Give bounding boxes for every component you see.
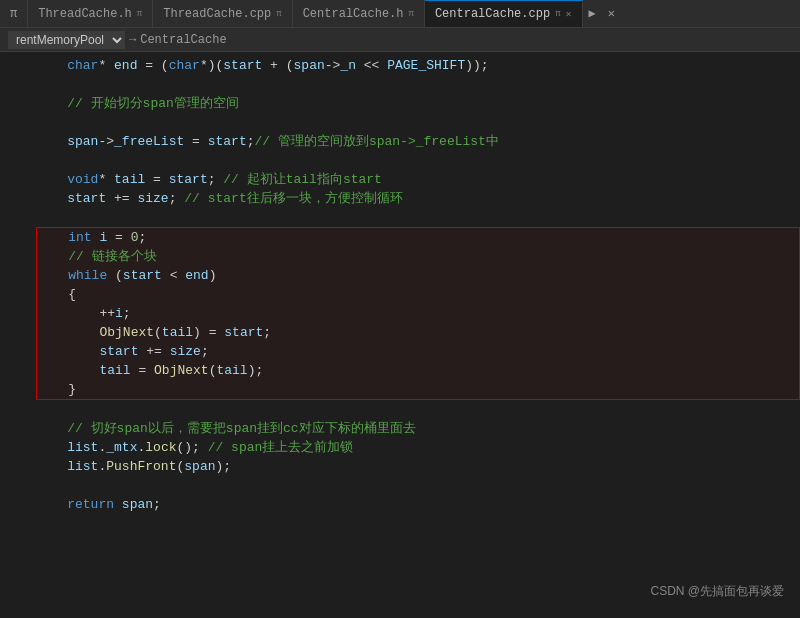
line-content: } [37,380,799,399]
code-editor[interactable]: char* end = (char*)(start + (span->_n <<… [0,52,800,618]
line-content [36,113,800,132]
tab-pin-left[interactable]: π [0,0,28,27]
line-content [36,151,800,170]
line-content: return span; [36,495,800,514]
code-line: // 开始切分span管理的空间 [0,94,800,113]
tab-pin-icon: π [276,9,281,19]
line-content: list.PushFront(span); [36,457,800,476]
line-content [36,75,800,94]
code-line-objnext-1: ObjNext(tail) = start; [37,323,799,342]
tab-centralcache-h[interactable]: CentralCache.h π [293,0,425,27]
tab-pin-icon: π [555,9,560,19]
code-line-increment: ++i; [37,304,799,323]
code-line-comment: // 链接各个块 [37,247,799,266]
line-content: span->_freeList = start;// 管理的空间放到span->… [36,132,800,151]
line-content: // 切好span以后，需要把span挂到cc对应下标的桶里面去 [36,419,800,438]
code-line-brace-open: { [37,285,799,304]
code-line: span->_freeList = start;// 管理的空间放到span->… [0,132,800,151]
code-line-comment2: // 切好span以后，需要把span挂到cc对应下标的桶里面去 [0,419,800,438]
line-content: char* end = (char*)(start + (span->_n <<… [36,56,800,75]
code-line-pushfront: list.PushFront(span); [0,457,800,476]
code-line-start-plus: start += size; [37,342,799,361]
line-content: start += size; // start往后移一块，方便控制循环 [36,189,800,208]
line-content: tail = ObjNext(tail); [37,361,799,380]
line-content: while (start < end) [37,266,799,285]
breadcrumb-arrow-icon: → [129,33,136,47]
highlight-block: int i = 0; // 链接各个块 while (start < end) … [36,227,800,400]
code-line-empty [0,400,800,419]
tab-close-all[interactable]: ✕ [602,0,621,27]
code-line-empty [0,113,800,132]
tab-centralcache-cpp[interactable]: CentralCache.cpp π ✕ [425,0,583,27]
line-content: void* tail = start; // 起初让tail指向start [36,170,800,189]
code-line-return: return span; [0,495,800,514]
breadcrumb-parent-select[interactable]: rentMemoryPool [8,31,125,49]
tab-label: ThreadCache.cpp [163,7,271,21]
line-content [36,208,800,227]
code-line-empty [0,75,800,94]
breadcrumb-child[interactable]: CentralCache [140,33,226,47]
pin-icon: π [10,7,17,21]
code-line-empty [0,208,800,227]
watermark: CSDN @先搞面包再谈爱 [650,583,784,600]
breadcrumb-bar: rentMemoryPool → CentralCache [0,28,800,52]
tab-close-icon[interactable]: ✕ [566,8,572,20]
code-line-empty [0,476,800,495]
line-content: // 开始切分span管理的空间 [36,94,800,113]
line-content: start += size; [37,342,799,361]
tab-threadcache-h[interactable]: ThreadCache.h π [28,0,153,27]
code-line-empty [0,151,800,170]
line-content: { [37,285,799,304]
tab-label: CentralCache.cpp [435,7,550,21]
code-line-lock: list._mtx.lock(); // span挂上去之前加锁 [0,438,800,457]
line-content: ObjNext(tail) = start; [37,323,799,342]
line-content: list._mtx.lock(); // span挂上去之前加锁 [36,438,800,457]
line-content: ++i; [37,304,799,323]
code-line-tail: tail = ObjNext(tail); [37,361,799,380]
tab-pin-icon: π [137,9,142,19]
code-line-while: while (start < end) [37,266,799,285]
code-line: char* end = (char*)(start + (span->_n <<… [0,56,800,75]
line-content [36,476,800,495]
line-content: // 链接各个块 [37,247,799,266]
tab-scroll-right[interactable]: ▶ [583,0,602,27]
tab-bar: π ThreadCache.h π ThreadCache.cpp π Cent… [0,0,800,28]
code-line-brace-close: } [37,380,799,399]
line-content [36,400,800,419]
code-line: start += size; // start往后移一块，方便控制循环 [0,189,800,208]
code-line: void* tail = start; // 起初让tail指向start [0,170,800,189]
tab-label: ThreadCache.h [38,7,132,21]
line-content: int i = 0; [37,228,799,247]
tab-pin-icon: π [409,9,414,19]
tab-threadcache-cpp[interactable]: ThreadCache.cpp π [153,0,292,27]
tab-label: CentralCache.h [303,7,404,21]
code-line-int-i: int i = 0; [37,228,799,247]
